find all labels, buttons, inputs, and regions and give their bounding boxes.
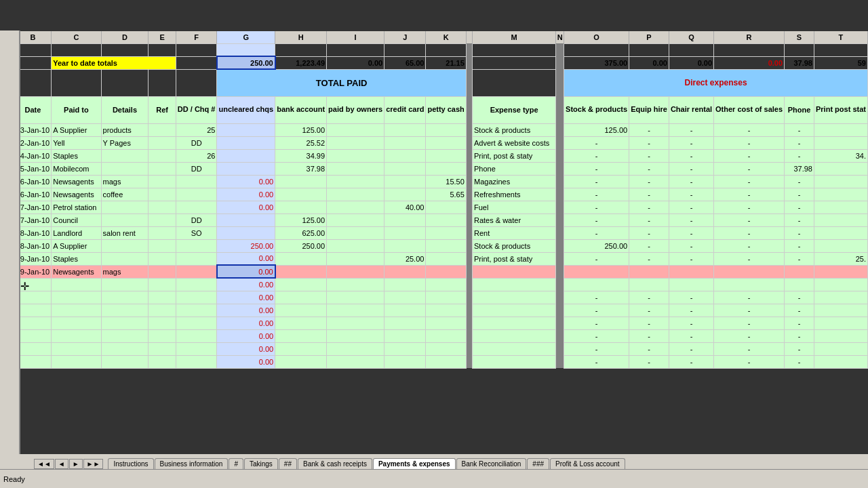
tab-business-info[interactable]: Business information xyxy=(155,458,229,469)
table-row: 4 Date Paid to Details Ref DD / Chq # un… xyxy=(1,96,868,123)
tab-hash3[interactable]: ### xyxy=(527,458,549,469)
col-S-header: S xyxy=(785,31,814,44)
cell-J2: 65.00 xyxy=(384,56,426,69)
first-sheet-btn[interactable]: ◄◄ xyxy=(34,459,54,469)
cell-E1 xyxy=(149,43,176,56)
col-F-header: F xyxy=(176,31,217,44)
table-row: 17 ✛ 0.00 xyxy=(1,278,868,291)
cell-G1 xyxy=(217,43,275,56)
cell-phone-header: Phone xyxy=(785,96,814,123)
col-D-header: D xyxy=(101,31,149,44)
table-row: 8 05-Jan-10 Mobilecom DD 37.98 Phone - - xyxy=(1,162,868,175)
cell-ytd-label: Year to date totals xyxy=(52,56,176,69)
prev-sheet-btn[interactable]: ◄ xyxy=(55,459,68,469)
cell-F1 xyxy=(176,43,217,56)
cell-paidby-header: paid by owners xyxy=(327,96,384,123)
cell-paidto-header: Paid to xyxy=(52,96,101,123)
col-T-header: T xyxy=(814,31,867,44)
cell-R1 xyxy=(714,43,785,56)
spreadsheet-table: B C D E F G H I J K M N O P Q R xyxy=(0,30,868,369)
cell-O2: 375.00 xyxy=(564,56,629,69)
table-row: 2 Year to date totals 250.00 1,223.49 0.… xyxy=(1,56,868,69)
col-M-header: M xyxy=(472,31,555,44)
cell-K2: 21.15 xyxy=(426,56,466,69)
table-row: 1 xyxy=(1,43,868,56)
col-G-header: G xyxy=(217,31,275,44)
cell-T2: 59 xyxy=(814,56,867,69)
cell-S2: 37.98 xyxy=(785,56,814,69)
tab-instructions[interactable]: Instructions xyxy=(108,458,153,469)
col-C-header: C xyxy=(52,31,101,44)
table-row: 13 08-Jan-10 Landlord salon rent SO 625.… xyxy=(1,226,868,239)
cell-L3 xyxy=(466,69,472,96)
tab-strip: ◄◄ ◄ ► ►► Instructions Business informat… xyxy=(0,454,868,469)
table-row: 14 08-Jan-10 A Supplier 250.00 250.00 St… xyxy=(1,239,868,252)
col-J-header: J xyxy=(384,31,426,44)
cell-credit-header: credit card xyxy=(384,96,426,123)
cell-K1 xyxy=(426,43,466,56)
cell-D1 xyxy=(101,43,149,56)
cell-N4 xyxy=(556,96,564,123)
cell-dd-header: DD / Chq # xyxy=(176,96,217,123)
col-P-header: P xyxy=(629,31,669,44)
cell-S1 xyxy=(785,43,814,56)
last-sheet-btn[interactable]: ►► xyxy=(83,459,104,469)
table-row: 19 0.00 ----- xyxy=(1,304,868,317)
col-I-header: I xyxy=(327,31,384,44)
table-row: 10 06-Jan-10 Newsagents coffee 0.00 5.65… xyxy=(1,188,868,201)
cell-chair-header: Chair rental xyxy=(669,96,713,123)
tab-payments-expenses[interactable]: Payments & expenses xyxy=(373,458,456,469)
col-Q-header: Q xyxy=(669,31,713,44)
col-E-header: E xyxy=(149,31,176,44)
cell-M1 xyxy=(472,43,555,56)
cell-H2: 1,223.49 xyxy=(275,56,327,69)
tab-bank-cash[interactable]: Bank & cash receipts xyxy=(298,458,372,469)
cell-F3 xyxy=(176,69,217,96)
table-row: 23 0.00 ----- xyxy=(1,355,868,368)
col-K-header: K xyxy=(426,31,466,44)
cell-I2: 0.00 xyxy=(327,56,384,69)
cell-P1 xyxy=(629,43,669,56)
table-row: 3 TOTAL PAID Direct expenses xyxy=(1,69,868,96)
cell-M2 xyxy=(472,56,555,69)
col-H-header: H xyxy=(275,31,327,44)
cell-total-paid: TOTAL PAID xyxy=(217,69,466,96)
cell-I1 xyxy=(327,43,384,56)
app-window: B C D E F G H I J K M N O P Q R xyxy=(0,0,868,488)
cell-H1 xyxy=(275,43,327,56)
table-row: 22 0.00 ----- xyxy=(1,342,868,355)
cell-R2: 0.00 xyxy=(714,56,785,69)
tab-takings[interactable]: Takings xyxy=(244,458,278,469)
cell-N3 xyxy=(556,69,564,96)
cell-F2 xyxy=(176,56,217,69)
col-L-header xyxy=(466,31,472,44)
table-row: 15 09-Jan-10 Staples 0.00 25.00 Print, p… xyxy=(1,252,868,265)
cell-Q2: 0.00 xyxy=(669,56,713,69)
cell-M3 xyxy=(472,69,555,96)
cell-other-header: Other cost of sales xyxy=(714,96,785,123)
cell-J1 xyxy=(384,43,426,56)
cell-N2 xyxy=(556,56,564,69)
table-row: 21 0.00 ----- xyxy=(1,329,868,342)
table-row: 7 04-Jan-10 Staples 26 34.99 Print, post… xyxy=(1,149,868,162)
tab-bank-reconciliation[interactable]: Bank Reconciliation xyxy=(456,458,527,469)
title-bar xyxy=(0,0,868,28)
cell-L2 xyxy=(466,56,472,69)
tab-hash2[interactable]: ## xyxy=(279,458,297,469)
status-bar: Ready xyxy=(0,469,868,488)
cell-C3 xyxy=(52,69,101,96)
sheet-area[interactable]: B C D E F G H I J K M N O P Q R xyxy=(0,30,868,455)
next-sheet-btn[interactable]: ► xyxy=(69,459,83,469)
cell-N1 xyxy=(556,43,564,56)
cell-G2[interactable]: 250.00 xyxy=(217,56,275,69)
cell-L4 xyxy=(466,96,472,123)
table-row: 20 0.00 ----- xyxy=(1,317,868,329)
tab-hash[interactable]: # xyxy=(229,458,243,469)
cell-P2: 0.00 xyxy=(629,56,669,69)
cell-equip-header: Equip hire xyxy=(629,96,669,123)
sheet-nav-arrows[interactable]: ◄◄ ◄ ► ►► xyxy=(34,459,105,469)
cell-bank-header: bank account xyxy=(275,96,327,123)
tab-profit-loss[interactable]: Profit & Loss account xyxy=(550,458,625,469)
cell-C1 xyxy=(52,43,101,56)
col-header-row: B C D E F G H I J K M N O P Q R xyxy=(1,31,868,44)
